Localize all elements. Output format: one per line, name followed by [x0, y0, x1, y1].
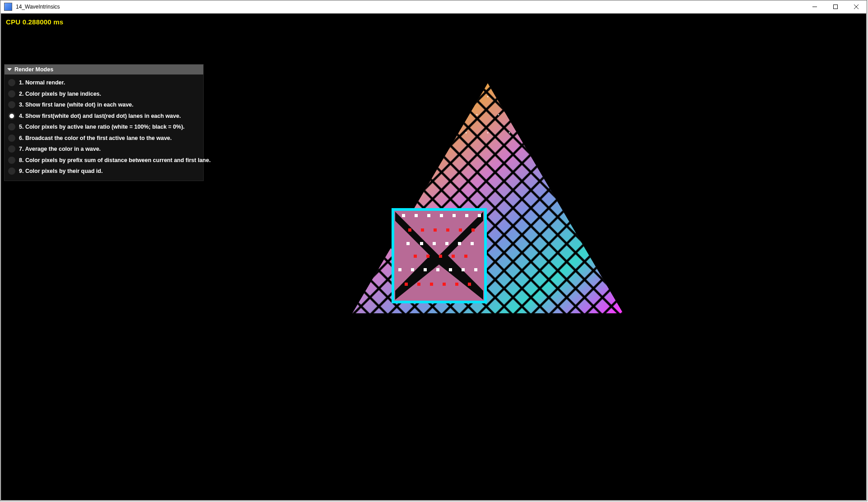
client-area: CPU 0.288000 ms Render Modes 1. Normal r…	[1, 14, 866, 500]
svg-rect-24	[420, 242, 423, 245]
render-mode-option[interactable]: 4. Show first(white dot) and last(red do…	[8, 111, 200, 122]
render-mode-option[interactable]: 3. Show first lane (white dot) in each w…	[8, 99, 200, 111]
app-icon	[4, 3, 12, 11]
chevron-down-icon	[7, 68, 12, 71]
render-mode-option[interactable]: 1. Normal render.	[8, 77, 200, 88]
svg-rect-19	[440, 214, 443, 217]
radio-icon	[8, 79, 15, 86]
radio-label: 1. Normal render.	[19, 79, 65, 86]
radio-icon	[8, 145, 15, 153]
radio-label: 6. Broadcast the color of the first acti…	[19, 135, 172, 141]
triangle-render	[334, 65, 641, 372]
panel-title: Render Modes	[14, 66, 53, 73]
svg-point-11	[498, 114, 499, 115]
svg-point-13	[487, 132, 489, 133]
close-button[interactable]	[846, 0, 867, 13]
svg-rect-32	[436, 268, 439, 271]
svg-rect-50	[443, 283, 446, 286]
render-mode-option[interactable]: 2. Color pixels by lane indices.	[8, 88, 200, 100]
svg-rect-20	[453, 214, 456, 217]
svg-rect-18	[427, 214, 430, 217]
window-title: 14_WaveIntrinsics	[16, 4, 60, 10]
maximize-button[interactable]	[825, 0, 846, 13]
window-controls	[804, 0, 867, 13]
render-scene	[334, 65, 641, 372]
radio-icon	[8, 157, 15, 164]
render-mode-option[interactable]: 8. Color pixels by prefix sum of distanc…	[8, 155, 200, 166]
radio-icon	[8, 112, 15, 120]
render-mode-option[interactable]: 6. Broadcast the color of the first acti…	[8, 133, 200, 144]
svg-rect-49	[430, 283, 433, 286]
minimize-button[interactable]	[804, 0, 825, 13]
radio-label: 9. Color pixels by their quad id.	[19, 168, 103, 174]
zoom-inset	[393, 209, 485, 302]
svg-rect-25	[433, 242, 436, 245]
svg-rect-40	[459, 228, 462, 232]
svg-rect-51	[455, 283, 458, 286]
svg-rect-38	[434, 228, 437, 232]
panel-body: 1. Normal render. 2. Color pixels by lan…	[5, 74, 203, 181]
radio-label: 4. Show first(white dot) and last(red do…	[19, 113, 181, 119]
svg-rect-29	[398, 268, 401, 271]
svg-rect-16	[402, 214, 405, 217]
svg-rect-43	[426, 255, 429, 258]
svg-rect-46	[464, 255, 467, 258]
svg-rect-22	[478, 214, 481, 217]
render-modes-panel: Render Modes 1. Normal render. 2. Color …	[4, 64, 204, 181]
svg-rect-31	[424, 268, 427, 271]
title-bar: 14_WaveIntrinsics	[0, 0, 867, 14]
svg-rect-1	[834, 5, 838, 9]
svg-point-14	[509, 132, 510, 133]
svg-point-10	[476, 114, 478, 115]
radio-icon	[8, 90, 15, 98]
app-window: 14_WaveIntrinsics	[0, 0, 867, 501]
svg-rect-36	[408, 228, 411, 232]
svg-rect-28	[471, 242, 474, 245]
radio-label: 5. Color pixels by active lane ratio (wh…	[19, 124, 185, 130]
radio-icon	[8, 135, 15, 142]
svg-rect-44	[439, 255, 442, 258]
svg-rect-23	[406, 242, 410, 245]
panel-header[interactable]: Render Modes	[5, 65, 203, 74]
svg-rect-27	[458, 242, 461, 245]
render-mode-option[interactable]: 7. Average the color in a wave.	[8, 144, 200, 155]
svg-rect-45	[452, 255, 455, 258]
svg-rect-21	[465, 214, 468, 217]
svg-rect-37	[421, 228, 424, 232]
radio-label: 8. Color pixels by prefix sum of distanc…	[19, 157, 210, 163]
radio-label: 7. Average the color in a wave.	[19, 146, 101, 152]
svg-rect-26	[445, 242, 448, 245]
radio-icon	[8, 167, 15, 175]
svg-rect-34	[462, 268, 465, 271]
render-mode-option[interactable]: 5. Color pixels by active lane ratio (wh…	[8, 121, 200, 133]
radio-icon	[8, 101, 15, 108]
svg-rect-39	[446, 228, 449, 232]
svg-rect-47	[405, 283, 408, 286]
svg-rect-35	[474, 268, 477, 271]
svg-rect-41	[471, 228, 475, 232]
radio-label: 2. Color pixels by lane indices.	[19, 91, 101, 97]
radio-label: 3. Show first lane (white dot) in each w…	[19, 102, 134, 108]
svg-rect-33	[449, 268, 452, 271]
svg-point-12	[466, 132, 467, 133]
render-mode-option[interactable]: 9. Color pixels by their quad id.	[8, 166, 200, 177]
svg-rect-42	[414, 255, 417, 258]
svg-rect-8	[334, 65, 641, 372]
svg-rect-17	[415, 214, 418, 217]
radio-icon	[8, 123, 15, 130]
svg-point-9	[487, 96, 489, 97]
svg-rect-30	[411, 268, 414, 271]
svg-rect-48	[417, 283, 420, 286]
cpu-time-label: CPU 0.288000 ms	[6, 18, 63, 26]
svg-rect-52	[468, 283, 471, 286]
